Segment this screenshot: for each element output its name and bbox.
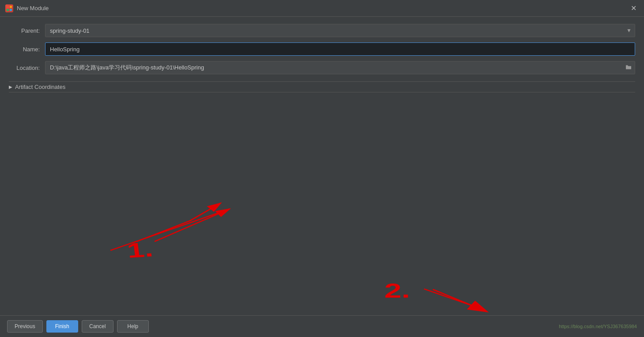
location-input[interactable] [45,61,635,74]
parent-label: Parent: [9,27,40,34]
previous-button[interactable]: Previous [7,320,43,333]
artifact-header[interactable]: ▶ Artifact Coordinates [9,81,635,92]
dialog-footer: Previous Finish Cancel Help https://blog… [0,315,644,337]
svg-rect-3 [10,9,12,11]
svg-rect-0 [7,6,9,8]
svg-line-5 [155,209,230,241]
parent-select-container: spring-study-01 ▼ [45,24,635,37]
location-input-container [45,61,635,74]
svg-rect-2 [7,9,9,11]
title-bar-left: New Module [5,4,49,12]
footer-url: https://blog.csdn.net/YSJ367635984 [152,324,637,329]
svg-text:2.: 2. [384,279,410,302]
title-bar: New Module ✕ [0,0,644,17]
close-button[interactable]: ✕ [628,3,639,14]
location-label: Location: [9,65,40,71]
finish-button[interactable]: Finish [46,320,78,333]
cancel-button[interactable]: Cancel [82,320,114,333]
dialog-title: New Module [17,5,49,11]
name-input[interactable] [45,42,635,56]
dialog-content: Parent: spring-study-01 ▼ Name: Location… [0,17,644,173]
app-icon [5,4,13,12]
artifact-section: ▶ Artifact Coordinates [9,81,635,92]
main-content-area: 1. 2. [0,173,644,316]
svg-text:1.: 1. [125,237,154,262]
location-row: Location: [9,61,635,74]
parent-select[interactable]: spring-study-01 [45,24,635,37]
name-row: Name: [9,42,635,56]
svg-line-6 [110,209,230,250]
artifact-title: Artifact Coordinates [15,84,65,90]
artifact-chevron-icon: ▶ [9,84,12,89]
svg-rect-1 [10,6,12,8]
annotations-svg-2 [0,173,644,316]
new-module-dialog: New Module ✕ Parent: spring-study-01 ▼ N… [0,0,644,337]
parent-row: Parent: spring-study-01 ▼ [9,24,635,37]
name-label: Name: [9,46,40,53]
help-button[interactable]: Help [117,320,149,333]
svg-line-13 [433,289,486,311]
svg-line-8 [424,289,479,308]
browse-folder-button[interactable] [624,64,633,72]
name-input-container [45,42,635,56]
annotations-svg: 1. 2. [0,173,644,316]
